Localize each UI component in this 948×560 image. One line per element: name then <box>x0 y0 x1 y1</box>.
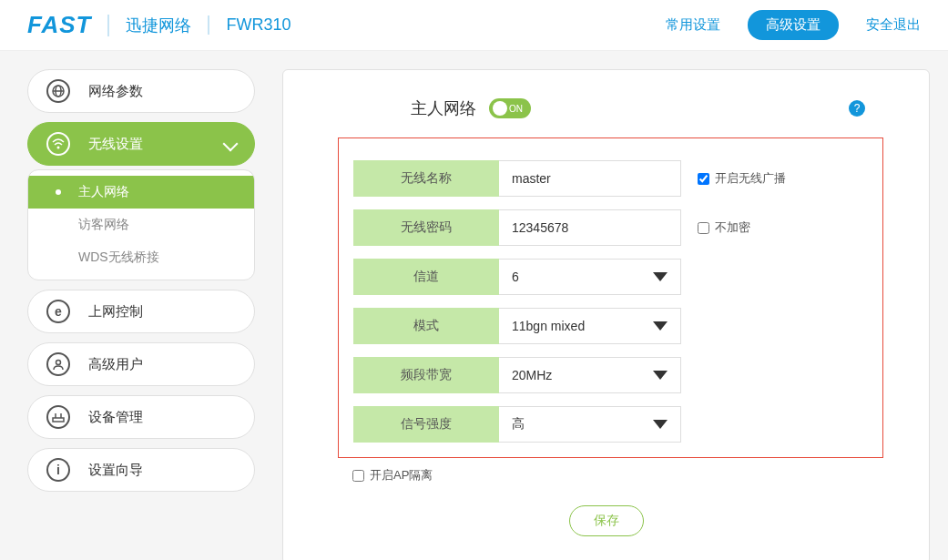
main-panel: 主人网络 ON ? 无线名称 开启无线广播 无线密码 <box>282 69 930 560</box>
bandwidth-label: 频段带宽 <box>353 357 499 393</box>
ap-isolate-checkbox[interactable]: 开启AP隔离 <box>352 467 892 484</box>
submenu-label: 主人网络 <box>78 184 129 200</box>
bandwidth-select[interactable]: 20MHz <box>499 357 681 393</box>
sidebar-label: 上网控制 <box>88 303 143 321</box>
bandwidth-value: 20MHz <box>512 368 552 382</box>
dropdown-arrow-icon <box>653 321 668 331</box>
mode-label: 模式 <box>353 308 499 344</box>
sidebar-item-access-control[interactable]: e 上网控制 <box>27 290 255 333</box>
mode-select[interactable]: 11bgn mixed <box>499 308 681 344</box>
ssid-input[interactable] <box>499 160 681 197</box>
brand-name: 迅捷网络 <box>107 15 191 36</box>
sidebar-item-wireless[interactable]: 无线设置 <box>27 122 255 166</box>
password-input[interactable] <box>499 209 681 246</box>
router-icon <box>46 405 70 429</box>
save-button[interactable]: 保存 <box>569 505 644 536</box>
wifi-icon <box>46 132 70 156</box>
svg-point-3 <box>57 147 60 149</box>
active-dot-icon <box>56 189 61 195</box>
dropdown-arrow-icon <box>653 371 668 380</box>
submenu-item-wds[interactable]: WDS无线桥接 <box>28 241 254 274</box>
network-toggle[interactable]: ON <box>489 98 531 118</box>
signal-value: 高 <box>512 416 525 433</box>
submenu-label: 访客网络 <box>78 217 129 233</box>
broadcast-checkbox[interactable]: 开启无线广播 <box>698 170 786 187</box>
e-icon: e <box>46 300 70 323</box>
header: FAST 迅捷网络 FWR310 常用设置 高级设置 安全退出 <box>0 0 948 51</box>
dropdown-arrow-icon <box>653 420 668 429</box>
sidebar-item-network[interactable]: 网络参数 <box>27 69 255 113</box>
sidebar-label: 无线设置 <box>88 136 143 153</box>
channel-value: 6 <box>512 270 519 284</box>
broadcast-label: 开启无线广播 <box>715 170 786 187</box>
user-icon <box>46 352 70 376</box>
section-title: 主人网络 <box>411 97 476 119</box>
sidebar: 网络参数 无线设置 主人网络 访客网络 WDS无线桥接 e 上网控制 <box>27 69 255 560</box>
noenc-label: 不加密 <box>715 219 750 236</box>
svg-point-4 <box>56 361 61 365</box>
form-box: 无线名称 开启无线广播 无线密码 不加密 信道 6 <box>338 137 883 458</box>
nav-common-settings[interactable]: 常用设置 <box>666 16 720 34</box>
model-name: FWR310 <box>208 15 291 35</box>
noenc-checkbox-input[interactable] <box>698 222 709 234</box>
mode-value: 11bgn mixed <box>512 319 585 333</box>
info-icon: i <box>46 458 70 482</box>
ssid-label: 无线名称 <box>353 160 499 197</box>
sidebar-label: 设置向导 <box>88 462 143 479</box>
channel-select[interactable]: 6 <box>499 259 681 295</box>
help-icon[interactable]: ? <box>849 100 865 117</box>
signal-select[interactable]: 高 <box>499 406 681 443</box>
noenc-checkbox[interactable]: 不加密 <box>698 219 750 236</box>
signal-label: 信号强度 <box>353 406 499 443</box>
submenu-label: WDS无线桥接 <box>78 249 159 266</box>
ap-isolate-checkbox-input[interactable] <box>352 470 364 482</box>
toggle-knob-icon <box>493 101 507 116</box>
ap-isolate-label: 开启AP隔离 <box>370 467 433 484</box>
dropdown-arrow-icon <box>653 272 668 281</box>
nav-logout[interactable]: 安全退出 <box>866 16 921 34</box>
broadcast-checkbox-input[interactable] <box>698 173 709 185</box>
globe-icon <box>46 79 70 103</box>
submenu-item-host[interactable]: 主人网络 <box>28 176 254 209</box>
sidebar-label: 高级用户 <box>88 356 143 373</box>
channel-label: 信道 <box>353 259 499 295</box>
submenu-item-guest[interactable]: 访客网络 <box>28 209 254 241</box>
svg-rect-5 <box>53 418 64 422</box>
wireless-submenu: 主人网络 访客网络 WDS无线桥接 <box>27 169 255 280</box>
sidebar-label: 设备管理 <box>88 409 143 426</box>
password-label: 无线密码 <box>353 209 499 246</box>
sidebar-item-advanced-user[interactable]: 高级用户 <box>27 342 255 386</box>
nav-advanced-settings[interactable]: 高级设置 <box>748 10 839 40</box>
chevron-down-icon <box>223 137 239 152</box>
toggle-label: ON <box>509 104 523 114</box>
logo: FAST <box>27 11 91 39</box>
sidebar-item-device-mgmt[interactable]: 设备管理 <box>27 395 255 439</box>
sidebar-item-wizard[interactable]: i 设置向导 <box>27 448 255 492</box>
sidebar-label: 网络参数 <box>88 83 143 100</box>
